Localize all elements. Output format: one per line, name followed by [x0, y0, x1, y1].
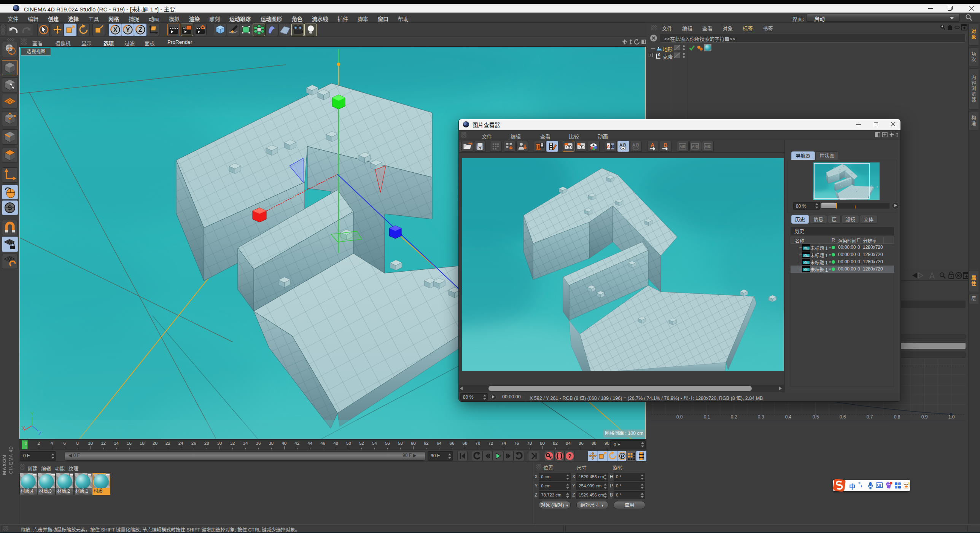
svg-text:Z: Z — [138, 27, 142, 33]
svg-text:Z: Z — [38, 431, 41, 436]
svg-text:Y: Y — [126, 27, 130, 33]
svg-text:X: X — [22, 425, 25, 431]
svg-text:X: X — [113, 27, 118, 33]
svg-text:0.7: 0.7 — [867, 414, 873, 420]
svg-text:A: A — [619, 143, 622, 147]
svg-text:Y: Y — [30, 411, 34, 417]
svg-text:1.0: 1.0 — [948, 414, 955, 420]
svg-text:A/B: A/B — [705, 145, 711, 148]
svg-text:P: P — [621, 453, 624, 459]
svg-text:?: ? — [479, 146, 481, 151]
svg-text:0.5: 0.5 — [813, 414, 819, 420]
svg-text:A: A — [607, 144, 610, 149]
svg-text:B: B — [663, 142, 667, 148]
svg-text:0.6: 0.6 — [840, 414, 846, 420]
svg-text:0.1: 0.1 — [704, 414, 710, 420]
svg-text:?: ? — [568, 453, 571, 459]
svg-text:0.3: 0.3 — [758, 414, 764, 420]
svg-text:A-B: A-B — [692, 145, 698, 148]
svg-text:B: B — [611, 144, 614, 149]
svg-text:0.4: 0.4 — [785, 414, 792, 420]
svg-text:0.9: 0.9 — [921, 414, 928, 420]
svg-text:A: A — [651, 142, 654, 148]
svg-text:0.0: 0.0 — [676, 414, 683, 420]
svg-text:A: A — [632, 143, 635, 147]
svg-text:A|B: A|B — [679, 145, 686, 148]
svg-text:B: B — [623, 143, 626, 147]
svg-text:B: B — [636, 143, 639, 147]
svg-text:0.8: 0.8 — [894, 414, 900, 420]
svg-text:S: S — [8, 204, 12, 212]
svg-text:0.2: 0.2 — [731, 414, 737, 420]
svg-text:0: 0 — [658, 53, 660, 57]
